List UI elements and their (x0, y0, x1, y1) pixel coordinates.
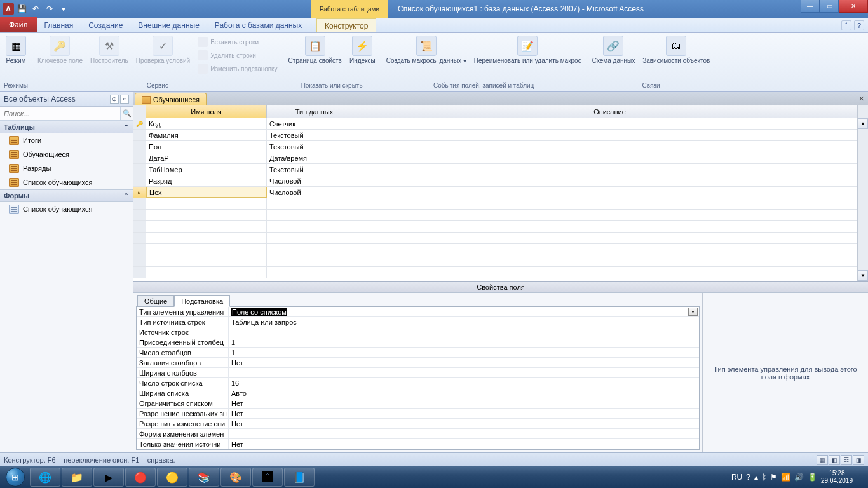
row-selector[interactable] (133, 221, 146, 232)
data-type-cell[interactable]: Текстовый (267, 164, 362, 175)
scroll-track[interactable] (858, 129, 868, 270)
nav-item[interactable]: Итоги (0, 133, 133, 147)
property-value[interactable]: Авто (229, 388, 699, 398)
nav-header[interactable]: Все объекты Access ⊙ « (0, 92, 133, 107)
search-icon[interactable]: 🔍 (120, 107, 133, 120)
design-row[interactable] (133, 233, 857, 244)
ribbon-minimize-icon[interactable]: ˄ (841, 20, 851, 30)
nav-item[interactable]: Обучающиеся (0, 147, 133, 161)
row-selector[interactable]: ▸ (133, 187, 146, 198)
property-row[interactable]: Ширина столбцов (137, 368, 699, 378)
design-row[interactable] (133, 221, 857, 233)
builder-button[interactable]: ⚒Построитель (88, 34, 131, 65)
data-type-cell[interactable] (267, 210, 362, 220)
tab-home[interactable]: Главная (37, 18, 81, 32)
col-description[interactable]: Описание (362, 105, 857, 118)
nav-item[interactable]: Разряды (0, 161, 133, 175)
property-row[interactable]: Источник строк (137, 327, 699, 337)
taskbar-opera[interactable]: 🔴 (125, 468, 156, 487)
tab-general[interactable]: Общие (137, 295, 174, 307)
data-type-cell[interactable] (267, 255, 362, 266)
data-type-cell[interactable]: Числовой (267, 187, 362, 198)
data-type-cell[interactable] (267, 233, 362, 243)
design-row[interactable]: ФамилияТекстовый (133, 130, 857, 141)
field-name-cell[interactable]: ДатаР (146, 152, 267, 163)
nav-search-input[interactable] (0, 107, 120, 120)
property-row[interactable]: Число столбцов1 (137, 348, 699, 358)
design-view-icon[interactable]: ◧ (829, 455, 840, 465)
field-name-cell[interactable] (146, 244, 267, 255)
design-row[interactable]: ТабНомерТекстовый (133, 164, 857, 175)
row-selector[interactable] (133, 175, 146, 186)
design-row[interactable]: ДатаРДата/время (133, 152, 857, 164)
description-cell[interactable] (362, 141, 857, 152)
property-row[interactable]: Разрешить изменение спиНет (137, 419, 699, 429)
description-cell[interactable] (362, 187, 857, 198)
field-name-cell[interactable] (146, 267, 267, 278)
description-cell[interactable] (362, 255, 857, 266)
nav-item[interactable]: Список обучающихся (0, 202, 133, 216)
taskbar-ie[interactable]: 🌐 (30, 468, 60, 487)
data-type-cell[interactable] (267, 198, 362, 209)
design-row[interactable] (133, 267, 857, 278)
property-row[interactable]: Заглавия столбцовНет (137, 358, 699, 368)
property-value[interactable]: Нет (229, 398, 699, 408)
data-type-cell[interactable] (267, 244, 362, 255)
tray-flag-icon[interactable]: ⚑ (770, 473, 777, 482)
insert-rows-button[interactable]: Вставить строки (195, 36, 280, 48)
tab-external-data[interactable]: Внешние данные (130, 18, 207, 32)
sql-view-icon[interactable]: ☶ (841, 455, 852, 465)
field-name-cell[interactable]: Код (146, 118, 267, 129)
tab-create[interactable]: Создание (81, 18, 130, 32)
tray-up-icon[interactable]: ▴ (754, 473, 758, 482)
lang-indicator[interactable]: RU (731, 473, 742, 482)
property-row[interactable]: Ширина спискаАвто (137, 388, 699, 398)
tab-design[interactable]: Конструктор (316, 18, 376, 32)
property-value[interactable]: Нет (229, 409, 699, 418)
tray-volume-icon[interactable]: 🔊 (794, 473, 804, 482)
property-value[interactable]: 1 (229, 337, 699, 347)
taskbar-access[interactable]: 🅰 (252, 468, 283, 487)
nav-filter-icon[interactable]: ⊙ (110, 95, 119, 104)
description-cell[interactable] (362, 152, 857, 163)
tray-battery-icon[interactable]: 🔋 (808, 473, 817, 482)
field-name-cell[interactable] (146, 198, 267, 209)
property-value[interactable]: Нет (229, 419, 699, 428)
file-tab[interactable]: Файл (0, 17, 37, 32)
design-row[interactable] (133, 210, 857, 221)
row-selector[interactable] (133, 255, 146, 266)
property-sheet-button[interactable]: 📋Страница свойств (286, 34, 344, 65)
taskbar-paint[interactable]: 🎨 (220, 468, 251, 487)
rename-delete-macro-button[interactable]: 📝Переименовать или удалить макрос (471, 34, 584, 65)
taskbar-winrar[interactable]: 📚 (189, 468, 219, 487)
view-button[interactable]: ▦ Режим (3, 34, 29, 65)
design-row[interactable] (133, 198, 857, 210)
minimize-button[interactable]: — (801, 0, 820, 13)
help-icon[interactable]: ? (854, 20, 864, 30)
document-tab[interactable]: Обучающиеся (135, 93, 207, 105)
design-row[interactable]: ▸ЦехЧисловой (133, 187, 857, 198)
tab-lookup[interactable]: Подстановка (174, 295, 230, 307)
description-cell[interactable] (362, 118, 857, 129)
description-cell[interactable] (362, 198, 857, 209)
data-type-cell[interactable] (267, 267, 362, 278)
property-value[interactable]: Поле со списком▼ (229, 307, 699, 316)
close-button[interactable]: ✕ (839, 0, 868, 13)
design-row[interactable]: ПолТекстовый (133, 141, 857, 152)
property-value[interactable]: 1 (229, 348, 699, 357)
create-data-macros-button[interactable]: 📜Создать макросы данных ▾ (384, 34, 469, 65)
field-name-cell[interactable]: Цех (146, 187, 267, 198)
indexes-button[interactable]: ⚡Индексы (347, 34, 378, 65)
data-type-cell[interactable]: Счетчик (267, 118, 362, 129)
tray-help-icon[interactable]: ? (746, 473, 750, 482)
col-data-type[interactable]: Тип данных (267, 105, 362, 118)
scroll-down-icon[interactable]: ▼ (858, 270, 868, 281)
qat-customize-icon[interactable]: ▾ (57, 3, 70, 15)
property-row[interactable]: Только значения источниНет (137, 439, 699, 449)
field-name-cell[interactable] (146, 233, 267, 243)
datasheet-view-icon[interactable]: ▦ (817, 455, 828, 465)
description-cell[interactable] (362, 221, 857, 232)
description-cell[interactable] (362, 267, 857, 278)
taskbar-media[interactable]: ▶ (93, 468, 124, 487)
design-row[interactable]: РазрядЧисловой (133, 175, 857, 187)
